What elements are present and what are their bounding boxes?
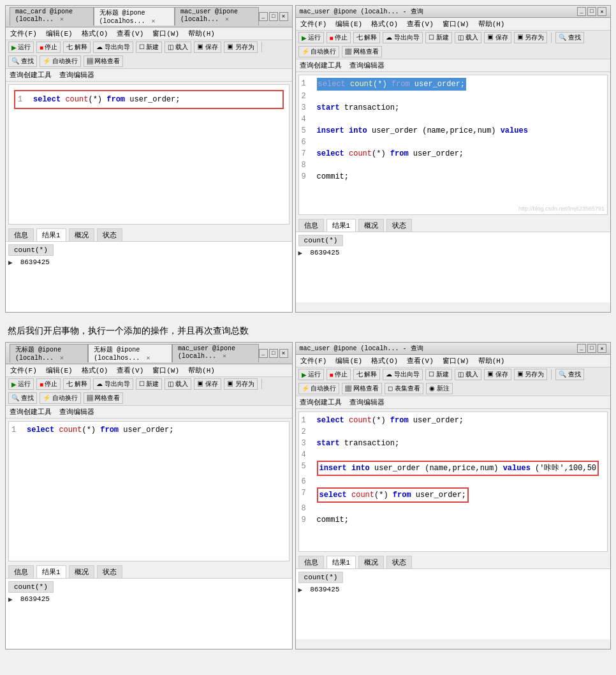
rexport-btn[interactable]: ☁ 导出向导 (383, 32, 423, 43)
result-tab-result1[interactable]: 结果1 (36, 228, 66, 241)
blresult-tab-status[interactable]: 状态 (97, 565, 122, 578)
rsaveas-btn[interactable]: ▣ 另存为 (514, 32, 548, 43)
blnav-query-builder[interactable]: 查询创建工具 (10, 407, 52, 417)
rfind-btn[interactable]: 🔍 查找 (555, 32, 584, 43)
brnav-query-builder[interactable]: 查询创建工具 (300, 397, 342, 407)
tab-mac-card[interactable]: mac_card @ipone (localh... ✕ (10, 7, 94, 26)
rmenu-help[interactable]: 帮助(H) (476, 19, 507, 29)
rgrid-btn[interactable]: ▦ 网格查看 (342, 46, 382, 57)
rresult-tab-overview[interactable]: 概况 (358, 219, 384, 232)
minimize-btn[interactable]: _ (259, 12, 268, 21)
explain-btn[interactable]: 七 解释 (63, 41, 91, 53)
blresult-tab-overview[interactable]: 概况 (69, 565, 94, 578)
close-btn[interactable]: ✕ (279, 12, 288, 21)
tab-mac-user[interactable]: mac_user @ipone (localh... ✕ (175, 7, 259, 26)
brminimize-btn[interactable]: _ (577, 344, 586, 353)
bclose-btn[interactable]: ✕ (279, 349, 288, 358)
blsaveas-btn[interactable]: ▣ 另存为 (224, 378, 258, 390)
brresult-tab-result1[interactable]: 结果1 (326, 556, 356, 568)
rmenu-format[interactable]: 格式(O) (369, 19, 400, 29)
brrsave-btn[interactable]: ▣ 保存 (484, 369, 511, 380)
blnav-query-editor[interactable]: 查询编辑器 (59, 407, 94, 417)
brrnew-btn[interactable]: ☐ 新建 (425, 369, 452, 380)
rmenu-file[interactable]: 文件(F) (298, 19, 329, 29)
blmenu-file[interactable]: 文件(F) (8, 365, 39, 376)
rnew-btn[interactable]: ☐ 新建 (425, 32, 452, 43)
top-right-editor[interactable]: 1 select count(*) from user_order; 2 3 s… (298, 75, 608, 215)
brrautowrap-btn[interactable]: ⚡ 自动换行 (298, 383, 340, 394)
blgrid-btn[interactable]: ▦ 网格查看 (84, 392, 124, 404)
menu-format[interactable]: 格式(O) (80, 28, 110, 39)
maximize-btn[interactable]: □ (269, 12, 278, 21)
rresult-tab-info[interactable]: 信息 (298, 219, 324, 232)
blautowrap-btn[interactable]: ⚡ 自动换行 (40, 392, 81, 404)
brmenu-view[interactable]: 查看(V) (405, 355, 436, 366)
blresult-tab-result1[interactable]: 结果1 (36, 565, 66, 578)
blmenu-window[interactable]: 窗口(W) (150, 365, 181, 376)
btab-untitled1[interactable]: 无标题 @ipone (localh... ✕ (10, 344, 88, 362)
maximize-btn-r[interactable]: □ (587, 7, 596, 16)
btab-untitled2[interactable]: 无标题 @ipone (localhos... ✕ (88, 344, 172, 362)
menu-window[interactable]: 窗口(W) (150, 28, 181, 39)
bmaximize-btn[interactable]: □ (269, 349, 278, 358)
blmenu-edit[interactable]: 编辑(E) (44, 365, 75, 376)
blnew-btn[interactable]: ☐ 新建 (136, 378, 163, 390)
brrexplain-btn[interactable]: 七 解释 (353, 369, 381, 380)
menu-view[interactable]: 查看(V) (115, 28, 145, 39)
brresult-tab-info[interactable]: 信息 (298, 556, 324, 568)
menu-edit[interactable]: 编辑(E) (44, 28, 75, 39)
brrexport-btn[interactable]: ☁ 导出向导 (383, 369, 423, 380)
rautowrap-btn[interactable]: ⚡ 自动换行 (298, 46, 340, 57)
brresult-tab-status[interactable]: 状态 (386, 556, 412, 568)
brrgrid-btn[interactable]: ▦ 网格查看 (342, 383, 382, 394)
find-btn[interactable]: 🔍 查找 (8, 56, 37, 67)
brresult-tab-overview[interactable]: 概况 (358, 556, 384, 568)
result-tab-status[interactable]: 状态 (97, 228, 122, 241)
nav-query-builder[interactable]: 查询创建工具 (10, 70, 52, 80)
blmenu-view[interactable]: 查看(V) (115, 365, 145, 376)
rstop-btn[interactable]: ■ 停止 (326, 32, 351, 43)
blresult-tab-info[interactable]: 信息 (8, 565, 34, 578)
rnav-query-editor[interactable]: 查询编辑器 (349, 61, 385, 70)
export-btn[interactable]: ☁ 导出向导 (93, 41, 133, 53)
blexplain-btn[interactable]: 七 解释 (63, 378, 91, 390)
brrrun-btn[interactable]: ▶ 运行 (298, 369, 324, 380)
run-btn[interactable]: ▶ 运行 (8, 41, 34, 53)
brnav-query-editor[interactable]: 查询编辑器 (349, 397, 385, 407)
brrtable-btn[interactable]: ◻ 表集查看 (385, 383, 423, 394)
btab-mac-user[interactable]: mac_user @ipone (localh... ✕ (172, 344, 259, 362)
blrun-btn[interactable]: ▶ 运行 (8, 378, 34, 390)
load-btn[interactable]: ◫ 载入 (165, 41, 191, 53)
close-btn-r[interactable]: ✕ (598, 7, 606, 16)
blsave-btn[interactable]: ▣ 保存 (194, 378, 221, 390)
brmenu-help[interactable]: 帮助(H) (476, 355, 507, 366)
autowrap-btn[interactable]: ⚡ 自动换行 (40, 56, 81, 67)
blmenu-help[interactable]: 帮助(H) (186, 365, 217, 376)
brclose-btn[interactable]: ✕ (598, 344, 606, 353)
top-left-editor[interactable]: 1 select count(*) from user_order; (8, 84, 290, 225)
brrstop-btn[interactable]: ■ 停止 (326, 369, 351, 380)
save-btn[interactable]: ▣ 保存 (194, 41, 221, 53)
result-tab-info[interactable]: 信息 (8, 228, 34, 241)
rmenu-view[interactable]: 查看(V) (405, 19, 436, 29)
brmaximize-btn[interactable]: □ (587, 344, 596, 353)
blfind-btn[interactable]: 🔍 查找 (8, 392, 37, 404)
blexport-btn[interactable]: ☁ 导出向导 (93, 378, 133, 390)
grid-btn[interactable]: ▦ 网格查看 (84, 56, 124, 67)
result-tab-overview[interactable]: 概况 (69, 228, 94, 241)
rmenu-edit[interactable]: 编辑(E) (334, 19, 364, 29)
tab-untitled[interactable]: 无标题 @ipone (localhos... ✕ (94, 7, 175, 26)
rnav-query-builder[interactable]: 查询创建工具 (300, 61, 342, 70)
brrsaveas-btn[interactable]: ▣ 另存为 (514, 369, 548, 380)
brmenu-edit[interactable]: 编辑(E) (334, 355, 364, 366)
rresult-tab-status[interactable]: 状态 (386, 219, 412, 232)
brrload-btn[interactable]: ◫ 载入 (455, 369, 481, 380)
bottom-right-editor[interactable]: 1 select count(*) from user_order; 2 3 s… (298, 412, 608, 552)
rresult-tab-result1[interactable]: 结果1 (326, 219, 356, 232)
rexplain-btn[interactable]: 七 解释 (353, 32, 381, 43)
brrfind-btn[interactable]: 🔍 查找 (555, 369, 584, 380)
brmenu-format[interactable]: 格式(O) (369, 355, 400, 366)
brmenu-window[interactable]: 窗口(W) (441, 355, 471, 366)
blmenu-format[interactable]: 格式(O) (80, 365, 110, 376)
saveas-btn[interactable]: ▣ 另存为 (224, 41, 258, 53)
